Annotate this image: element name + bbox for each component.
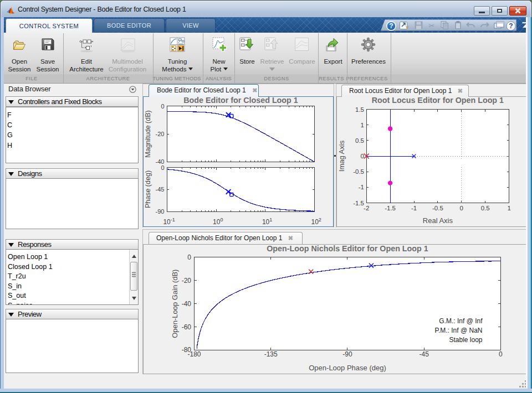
svg-text:-45: -45 xyxy=(156,186,165,193)
svg-text:-40: -40 xyxy=(182,300,192,308)
svg-text:101: 101 xyxy=(262,217,272,226)
svg-text:10-1: 10-1 xyxy=(163,217,175,226)
svg-text:Magnitude (dB): Magnitude (dB) xyxy=(144,110,152,157)
svg-text:-20: -20 xyxy=(156,131,165,137)
svg-text:0: 0 xyxy=(187,254,191,261)
svg-text:0.5: 0.5 xyxy=(481,205,490,211)
svg-text:-1: -1 xyxy=(359,184,364,190)
svg-text:Phase (deg): Phase (deg) xyxy=(144,170,152,208)
svg-text:1.5: 1.5 xyxy=(355,106,364,113)
svg-text:Real Axis: Real Axis xyxy=(423,216,453,225)
svg-text:1: 1 xyxy=(507,205,510,211)
svg-text:Open-Loop Gain (dB): Open-Loop Gain (dB) xyxy=(171,270,179,338)
svg-text:0: 0 xyxy=(499,350,503,358)
svg-text:1: 1 xyxy=(361,122,364,128)
svg-text:-60: -60 xyxy=(182,323,192,331)
svg-text:0: 0 xyxy=(361,153,364,159)
svg-text:0.5: 0.5 xyxy=(355,137,364,144)
svg-text:-90: -90 xyxy=(156,208,165,215)
svg-text:0: 0 xyxy=(161,164,164,171)
svg-text:?: ? xyxy=(509,22,513,30)
svg-text:Imag Axis: Imag Axis xyxy=(337,140,346,172)
svg-text:?: ? xyxy=(389,22,393,30)
svg-text:102: 102 xyxy=(311,217,321,226)
svg-text:Root Locus Editor for Open Loo: Root Locus Editor for Open Loop 1 xyxy=(372,96,504,105)
svg-text:-90: -90 xyxy=(342,350,352,358)
svg-text:-45: -45 xyxy=(420,350,429,358)
svg-text:-135: -135 xyxy=(264,350,278,358)
svg-text:-80: -80 xyxy=(182,346,192,354)
svg-text:0: 0 xyxy=(460,205,463,211)
svg-text:-0.5: -0.5 xyxy=(353,168,364,175)
svg-text:P.M.: Inf @ NaN: P.M.: Inf @ NaN xyxy=(435,327,483,334)
svg-text:-1: -1 xyxy=(411,205,417,211)
svg-text:Open-Loop Nichols Editor for O: Open-Loop Nichols Editor for Open Loop 1 xyxy=(267,244,428,253)
svg-text:-1.5: -1.5 xyxy=(385,205,396,211)
svg-text:0: 0 xyxy=(161,103,164,110)
svg-text:-0.5: -0.5 xyxy=(432,205,443,211)
svg-text:-2: -2 xyxy=(364,205,369,211)
svg-text:-20: -20 xyxy=(182,277,192,285)
svg-text:Open-Loop Phase (deg): Open-Loop Phase (deg) xyxy=(309,364,386,372)
svg-text:-1.5: -1.5 xyxy=(353,200,364,206)
svg-text:100: 100 xyxy=(213,217,223,226)
svg-text:G.M.: Inf @ Inf: G.M.: Inf @ Inf xyxy=(439,317,483,325)
svg-text:Bode Editor for Closed Loop 1: Bode Editor for Closed Loop 1 xyxy=(183,96,298,105)
svg-text:Stable loop: Stable loop xyxy=(449,336,482,344)
